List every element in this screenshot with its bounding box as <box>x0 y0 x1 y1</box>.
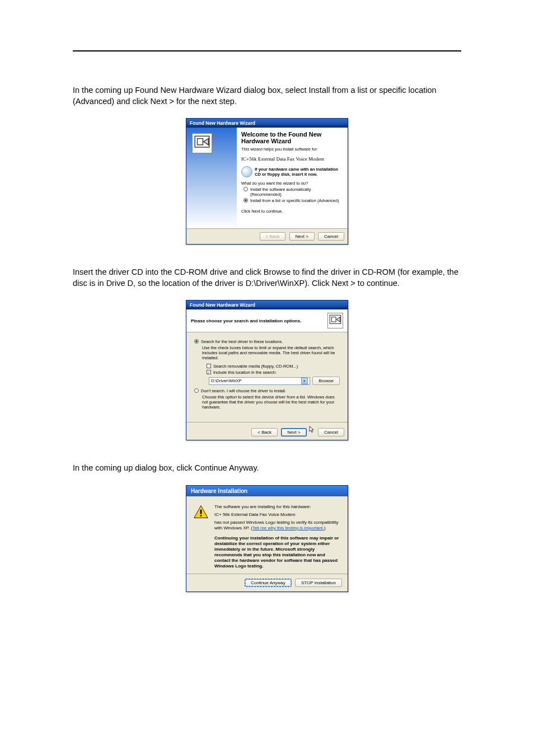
path-value: D:\Driver\WinXP <box>211 378 242 383</box>
logo-test-line: has not passed Windows Logo testing to v… <box>214 520 341 531</box>
checkbox-icon: ✓ <box>207 370 211 374</box>
figure-3: Hardware Installation The software you a… <box>73 485 461 592</box>
dialog-text: The software you are installing for this… <box>214 504 341 569</box>
dialog-button-row: < Back Next > Cancel <box>186 422 348 440</box>
mid-paragraph-2: In the coming up dialog box, click Conti… <box>73 463 461 474</box>
next-button[interactable]: Next > <box>281 428 306 436</box>
radio-dont-search[interactable]: Don't search. I will choose the driver t… <box>194 388 340 393</box>
radio-icon <box>243 198 248 203</box>
cd-tip-text: If your hardware came with an installati… <box>255 167 343 177</box>
dialog-titlebar[interactable]: Hardware Installation <box>186 486 348 496</box>
device-name: IC+ 56k External Data Fax Voice Modem <box>214 512 341 518</box>
dont-search-tip: Choose this option to select the device … <box>202 395 340 410</box>
click-next-text: Click Next to continue. <box>241 209 343 214</box>
svg-rect-1 <box>198 139 203 145</box>
radio-advanced[interactable]: Install from a list or specific location… <box>243 198 343 203</box>
dialog-body: Search for the best driver in these loca… <box>186 332 348 422</box>
radio-label: Install the software automatically (Reco… <box>250 187 343 197</box>
figure-1: Found New Hardware Wizard Welcome to the… <box>73 118 461 245</box>
radio-icon <box>243 187 248 191</box>
svg-rect-5 <box>200 515 202 516</box>
dialog-button-row: < Back Next > Cancel <box>186 228 348 244</box>
device-name: IC+56k External Data Fax Voice Modem <box>241 156 343 162</box>
dialog-button-row: Continue Anyway STOP Installation <box>186 574 348 591</box>
browse-button[interactable]: Browse <box>312 377 340 385</box>
dialog-body: Welcome to the Found New Hardware Wizard… <box>186 128 348 228</box>
continue-anyway-button[interactable]: Continue Anyway <box>245 579 292 587</box>
radio-label: Install from a list or specific location… <box>250 198 339 203</box>
document-page: In the coming up Found New Hardware Wiza… <box>0 0 534 756</box>
dialog-body: The software you are installing for this… <box>186 496 348 574</box>
logo-test-text-b: ) <box>324 525 326 530</box>
check-removable[interactable]: Search removable media (floppy, CD-ROM..… <box>207 364 340 369</box>
found-new-hardware-wizard-2: Found New Hardware Wizard Please choose … <box>186 300 348 440</box>
wizard-header-icon <box>327 313 343 328</box>
radio-icon <box>194 388 199 393</box>
svg-rect-4 <box>200 509 202 514</box>
wizard-side-icon <box>192 133 212 153</box>
mid-paragraph-1: Insert the driver CD into the CD-ROM dri… <box>73 267 461 289</box>
cancel-button[interactable]: Cancel <box>318 232 344 241</box>
dialog-heading: Please choose your search and installati… <box>191 318 301 323</box>
search-tip: Use the check boxes below to limit or ex… <box>202 345 340 360</box>
mouse-cursor-icon <box>309 426 315 434</box>
tell-me-why-link[interactable]: Tell me why this testing is important. <box>252 525 324 530</box>
next-button[interactable]: Next > <box>289 232 315 241</box>
wizard-subtext: This wizard helps you install software f… <box>241 147 343 152</box>
radio-label: Don't search. I will choose the driver t… <box>201 388 286 393</box>
checkbox-label: Include this location in the search: <box>213 370 277 375</box>
chevron-down-icon[interactable]: ▾ <box>301 378 308 384</box>
wizard-side-panel <box>186 128 237 228</box>
cancel-button[interactable]: Cancel <box>318 428 344 436</box>
radio-auto[interactable]: Install the software automatically (Reco… <box>243 187 343 197</box>
path-input[interactable]: D:\Driver\WinXP ▾ <box>209 377 310 385</box>
warning-icon <box>193 504 209 520</box>
line-1: The software you are installing for this… <box>214 504 341 510</box>
wizard-heading: Welcome to the Found New Hardware Wizard <box>241 131 343 144</box>
radio-search[interactable]: Search for the best driver in these loca… <box>194 339 340 344</box>
wizard-question: What do you want the wizard to do? <box>241 181 343 186</box>
radio-icon <box>194 339 199 344</box>
checkbox-label: Search removable media (floppy, CD-ROM..… <box>213 364 298 369</box>
back-button[interactable]: < Back <box>251 428 278 436</box>
warning-bold: Continuing your installation of this sof… <box>214 536 341 569</box>
stop-installation-button[interactable]: STOP Installation <box>295 579 342 587</box>
wizard-main-panel: Welcome to the Found New Hardware Wizard… <box>237 128 348 228</box>
svg-rect-3 <box>332 317 336 322</box>
dialog-titlebar[interactable]: Found New Hardware Wizard <box>186 119 348 128</box>
checkbox-icon <box>207 364 211 368</box>
found-new-hardware-wizard-1: Found New Hardware Wizard Welcome to the… <box>186 118 348 245</box>
radio-label: Search for the best driver in these loca… <box>201 339 283 344</box>
check-include-location[interactable]: ✓ Include this location in the search: <box>207 370 340 375</box>
intro-paragraph: In the coming up Found New Hardware Wiza… <box>73 85 461 107</box>
back-button: < Back <box>260 232 286 241</box>
path-row: D:\Driver\WinXP ▾ Browse <box>209 377 340 385</box>
dialog-titlebar[interactable]: Found New Hardware Wizard <box>186 300 348 309</box>
header-divider <box>73 50 461 51</box>
cd-icon <box>241 166 252 177</box>
dialog-header: Please choose your search and installati… <box>186 309 348 332</box>
hardware-installation-dialog: Hardware Installation The software you a… <box>186 485 348 592</box>
figure-2: Found New Hardware Wizard Please choose … <box>73 300 461 440</box>
cd-tip-row: If your hardware came with an installati… <box>241 166 343 177</box>
